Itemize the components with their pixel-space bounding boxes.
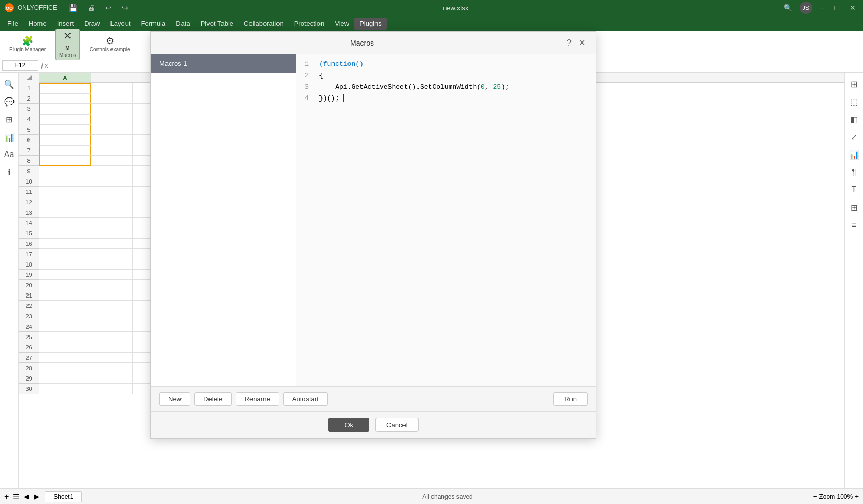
rename-macro-button[interactable]: Rename xyxy=(236,392,279,406)
dialog-action-footer: Ok Cancel xyxy=(151,411,596,438)
cancel-button[interactable]: Cancel xyxy=(375,418,418,432)
dialog-header-actions: ? ✕ xyxy=(565,37,588,49)
line-num-2: 2 xyxy=(302,70,309,81)
macros-dialog: Macros ? ✕ Macros 1 1 2 3 4 xyxy=(150,31,596,439)
new-macro-button[interactable]: New xyxy=(159,392,190,406)
run-button[interactable]: Run xyxy=(553,392,588,406)
code-line-3: Api.GetActiveSheet().SetColumnWidth(0, 2… xyxy=(319,81,592,93)
code-api-call: Api.GetActiveSheet().SetColumnWidth(0, 2… xyxy=(319,83,509,91)
line-numbers: 1 2 3 4 xyxy=(296,59,315,104)
ok-button[interactable]: Ok xyxy=(328,418,369,432)
dialog-header: Macros ? ✕ xyxy=(151,32,596,54)
line-num-3: 3 xyxy=(302,81,309,93)
macro-item-1[interactable]: Macros 1 xyxy=(151,54,296,73)
code-area: 1 2 3 4 (function() { Api.GetActiveSheet… xyxy=(296,54,596,108)
modal-overlay: Macros ? ✕ Macros 1 1 2 3 4 xyxy=(0,0,863,504)
dialog-macro-footer: New Delete Rename Autostart Run xyxy=(151,386,596,411)
macro-editor[interactable]: 1 2 3 4 (function() { Api.GetActiveSheet… xyxy=(296,54,596,386)
code-line-1: (function() xyxy=(319,59,592,70)
macro-list: Macros 1 xyxy=(151,54,296,386)
delete-macro-button[interactable]: Delete xyxy=(194,392,232,406)
dialog-body: Macros 1 1 2 3 4 (function() { Api.GetAc… xyxy=(151,54,596,386)
line-num-4: 4 xyxy=(302,93,309,104)
code-line-4: })(); xyxy=(319,93,592,104)
autostart-macro-button[interactable]: Autostart xyxy=(283,392,328,406)
code-brace-open: { xyxy=(319,72,323,79)
keyword-function: (function() xyxy=(319,60,364,68)
dialog-help-button[interactable]: ? xyxy=(565,37,574,49)
line-num-1: 1 xyxy=(302,59,309,70)
code-iife-end: })(); xyxy=(319,94,344,102)
code-line-2: { xyxy=(319,70,592,81)
dialog-title: Macros xyxy=(350,39,374,47)
code-content: (function() { Api.GetActiveSheet().SetCo… xyxy=(315,59,596,104)
dialog-close-button[interactable]: ✕ xyxy=(577,37,588,49)
